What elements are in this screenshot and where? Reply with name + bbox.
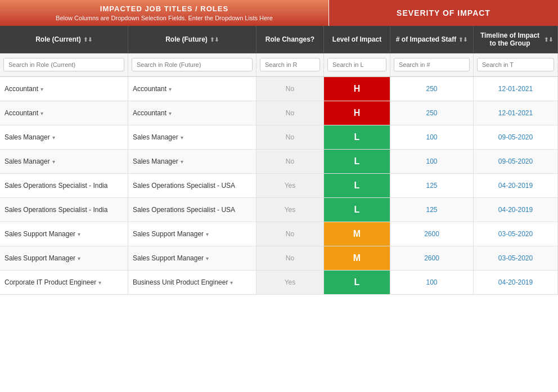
dropdown-arrow-role-current[interactable]: ▾ [98,280,101,286]
cell-impacted-staff: 2600 [390,246,474,270]
cell-role-current: Accountant ▾ [0,101,128,125]
level-badge-l: L [324,125,390,149]
cell-role-future: Sales Manager ▾ [128,125,256,149]
cell-impacted-staff: 250 [390,101,474,125]
left-main-title: IMPACTED JOB TITLES / ROLES [7,4,322,13]
cell-impacted-staff: 100 [390,150,474,173]
dropdown-arrow-role-future[interactable]: ▾ [206,231,209,237]
table-row: Accountant ▾ Accountant ▾ No H 250 12-01… [0,101,558,125]
data-rows-container: Accountant ▾ Accountant ▾ No H 250 12-01… [0,77,558,295]
search-cell-impacted [390,53,474,76]
cell-role-future: Accountant ▾ [128,77,256,101]
cell-role-current: Sales Manager ▾ [0,150,128,173]
sort-icon-timeline: ⬆⬇ [544,37,553,43]
cell-role-changes: No [256,77,324,101]
col-header-level: Level of Impact [324,26,390,53]
search-cell-role-current [0,53,128,76]
col-header-impacted-staff[interactable]: # of Impacted Staff ⬆⬇ [390,26,474,53]
level-badge-m: M [324,246,390,270]
dropdown-arrow-role-current[interactable]: ▾ [40,110,43,116]
cell-role-current: Sales Operations Specialist - India [0,198,128,222]
cell-timeline: 03-05-2020 [474,222,558,246]
col-header-role-future[interactable]: Role (Future) ⬆⬇ [128,26,256,53]
search-input-role-current[interactable] [3,58,124,71]
cell-role-future: Sales Support Manager ▾ [128,222,256,246]
cell-role-changes: No [256,222,324,246]
search-input-impacted[interactable] [394,58,470,71]
dropdown-arrow-role-future[interactable]: ▾ [230,280,233,286]
table-row: Sales Operations Specialist - India Sale… [0,198,558,222]
search-cell-role-changes [256,53,324,76]
dropdown-arrow-role-current[interactable]: ▾ [40,86,43,92]
col-header-role-changes: Role Changes? [256,26,324,53]
cell-role-changes: Yes [256,174,324,197]
cell-level: L [324,150,390,173]
cell-timeline: 04-20-2019 [474,174,558,197]
dropdown-arrow-role-future[interactable]: ▾ [169,86,172,92]
level-badge-l: L [324,150,390,173]
cell-impacted-staff: 100 [390,125,474,149]
cell-impacted-staff: 125 [390,198,474,222]
severity-title: SEVERITY OF IMPACT [397,8,490,17]
search-input-role-future[interactable] [132,58,253,71]
cell-level: L [324,271,390,294]
cell-role-future: Sales Manager ▾ [128,150,256,173]
dropdown-arrow-role-current[interactable]: ▾ [78,255,80,262]
cell-level: L [324,174,390,197]
level-badge-h: H [324,101,390,125]
cell-impacted-staff: 2600 [390,222,474,246]
cell-role-future: Business Unit Product Engineer ▾ [128,271,256,294]
cell-role-current: Sales Manager ▾ [0,125,128,149]
cell-impacted-staff: 125 [390,174,474,197]
cell-role-future: Sales Operations Specialist - USA [128,198,256,222]
cell-role-changes: No [256,150,324,173]
cell-role-future: Accountant ▾ [128,101,256,125]
table-row: Corporate IT Product Engineer ▾ Business… [0,271,558,295]
cell-role-changes: No [256,125,324,149]
cell-timeline: 09-05-2020 [474,125,558,149]
cell-role-changes: No [256,101,324,125]
search-input-level[interactable] [327,58,386,71]
cell-timeline: 12-01-2021 [474,77,558,101]
table-row: Sales Operations Specialist - India Sale… [0,174,558,198]
dropdown-arrow-role-current[interactable]: ▾ [78,231,80,237]
search-cell-role-future [128,53,256,76]
main-table: IMPACTED JOB TITLES / ROLES Below Column… [0,0,558,295]
table-row: Sales Manager ▾ Sales Manager ▾ No L 100… [0,125,558,150]
cell-timeline: 12-01-2021 [474,101,558,125]
sort-icon-role-current: ⬆⬇ [83,37,92,43]
level-badge-m: M [324,222,390,246]
cell-role-current: Sales Support Manager ▾ [0,246,128,270]
dropdown-arrow-role-current[interactable]: ▾ [52,134,55,141]
dropdown-arrow-role-current[interactable]: ▾ [52,159,55,165]
dropdown-arrow-role-future[interactable]: ▾ [181,134,183,141]
col-header-timeline[interactable]: Timeline of Impact to the Group ⬆⬇ [474,26,558,53]
cell-level: H [324,77,390,101]
search-input-role-changes[interactable] [260,58,320,71]
dropdown-arrow-role-future[interactable]: ▾ [181,159,183,165]
dropdown-arrow-role-future[interactable]: ▾ [169,110,172,116]
cell-role-current: Corporate IT Product Engineer ▾ [0,271,128,294]
cell-level: L [324,125,390,149]
sort-icon-impacted: ⬆⬇ [458,37,467,43]
table-row: Accountant ▾ Accountant ▾ No H 250 12-01… [0,77,558,101]
search-cell-level [324,53,390,76]
cell-level: H [324,101,390,125]
cell-impacted-staff: 100 [390,271,474,294]
dropdown-arrow-role-future[interactable]: ▾ [206,255,209,262]
left-sub-title: Below Columns are Dropdown Selection Fie… [7,15,322,21]
column-headers-row: Role (Current) ⬆⬇ Role (Future) ⬆⬇ Role … [0,26,558,53]
cell-timeline: 04-20-2019 [474,198,558,222]
right-section-header: SEVERITY OF IMPACT [329,0,558,26]
top-header-row: IMPACTED JOB TITLES / ROLES Below Column… [0,0,558,26]
cell-timeline: 09-05-2020 [474,150,558,173]
search-input-timeline[interactable] [477,58,554,71]
table-row: Sales Support Manager ▾ Sales Support Ma… [0,246,558,271]
cell-role-current: Accountant ▾ [0,77,128,101]
col-header-role-current[interactable]: Role (Current) ⬆⬇ [0,26,128,53]
table-row: Sales Support Manager ▾ Sales Support Ma… [0,222,558,246]
level-badge-l: L [324,271,390,294]
cell-timeline: 03-05-2020 [474,246,558,270]
sort-icon-role-future: ⬆⬇ [210,37,219,43]
cell-role-changes: Yes [256,271,324,294]
